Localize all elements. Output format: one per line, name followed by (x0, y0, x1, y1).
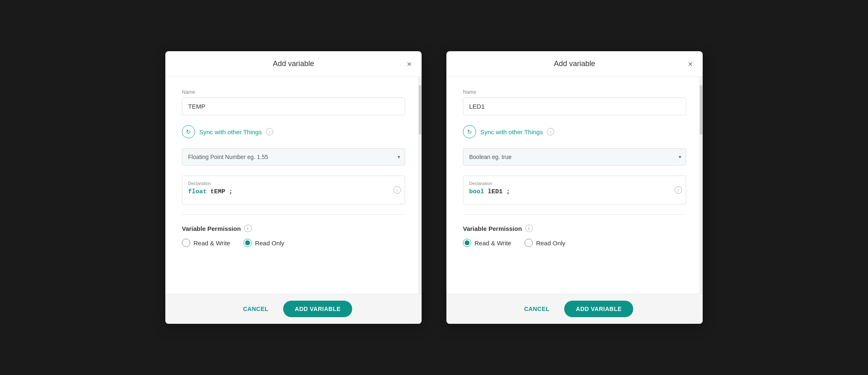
modal-1-code-keyword: float (188, 188, 207, 195)
modal-1-read-only-label: Read Only (255, 240, 284, 247)
modal-1-permission-section: Variable Permission i Read & Write Read … (182, 225, 405, 247)
modal-2-declaration-label: Declaration (469, 181, 671, 186)
modal-2-read-write-radio[interactable] (463, 239, 471, 247)
modal-2-permission-info-icon[interactable]: i (525, 225, 533, 232)
modal-2-permission-title: Variable Permission i (463, 225, 686, 232)
modal-2-type-wrapper: Boolean eg. true Floating Point Number e… (463, 148, 686, 166)
modal-2-sync-row: ↻ Sync with other Things i (463, 125, 686, 138)
modal-1-declaration-code: float tEMP ; (188, 188, 390, 195)
modal-1-read-only-option[interactable]: Read Only (243, 239, 284, 247)
add-variable-modal-2: Add variable × Name ↻ Sync with other Th… (446, 51, 703, 324)
modal-2-footer: CANCEL ADD VARIABLE (446, 294, 703, 324)
modal-1-declaration-box: Declaration float tEMP ; (182, 176, 405, 204)
modal-1-body: Name ↻ Sync with other Things i Floating… (165, 77, 422, 294)
sync-icon-1[interactable]: ↻ (182, 125, 195, 138)
modal-1-header: Add variable × (165, 51, 422, 77)
modal-2-header: Add variable × (446, 51, 703, 77)
modal-1-read-write-label: Read & Write (193, 240, 230, 247)
modal-1-permission-title: Variable Permission i (182, 225, 405, 232)
modal-1-scrollbar[interactable] (418, 77, 422, 294)
modal-1-declaration-label: Declaration (188, 181, 390, 186)
modal-2-title: Add variable (554, 59, 595, 68)
modal-2-type-select[interactable]: Boolean eg. true Floating Point Number e… (463, 148, 686, 166)
modal-2-sync-label[interactable]: Sync with other Things (480, 128, 543, 135)
sync-icon-2[interactable]: ↻ (463, 125, 476, 138)
modal-1-declaration-info-icon[interactable]: i (393, 186, 401, 194)
modal-1-type-select[interactable]: Floating Point Number eg. 1.55 Boolean e… (182, 148, 405, 166)
modal-2-divider (463, 214, 686, 215)
modal-1-sync-row: ↻ Sync with other Things i (182, 125, 405, 138)
modal-2-name-input[interactable] (463, 97, 686, 115)
modal-2-code-var: lED1 ; (484, 188, 510, 195)
modal-2-radio-group: Read & Write Read Only (463, 239, 686, 247)
modal-1-title: Add variable (273, 59, 314, 68)
modal-2-name-group: Name (463, 89, 686, 115)
modal-1-close-button[interactable]: × (405, 58, 413, 70)
add-variable-modal-1: Add variable × Name ↻ Sync with other Th… (165, 51, 422, 324)
modal-1-radio-group: Read & Write Read Only (182, 239, 405, 247)
modal-2-scrollbar[interactable] (699, 77, 703, 294)
modal-1-sync-label[interactable]: Sync with other Things (199, 128, 262, 135)
modal-2-declaration-code: bool lED1 ; (469, 188, 671, 195)
modal-1-type-wrapper: Floating Point Number eg. 1.55 Boolean e… (182, 148, 405, 166)
modal-2-read-only-option[interactable]: Read Only (525, 239, 565, 247)
modal-1-read-write-radio[interactable] (182, 239, 190, 247)
modal-1-read-write-option[interactable]: Read & Write (182, 239, 230, 247)
modal-2-code-keyword: bool (469, 188, 484, 195)
modal-2-name-label: Name (463, 89, 686, 95)
modal-2-cancel-button[interactable]: CANCEL (516, 301, 558, 317)
modal-1-cancel-button[interactable]: CANCEL (235, 301, 277, 317)
modal-1-footer: CANCEL ADD VARIABLE (165, 294, 422, 324)
modal-2-declaration-box: Declaration bool lED1 ; (463, 176, 686, 204)
modal-1-sync-info-icon[interactable]: i (266, 128, 273, 135)
modal-1-scrollbar-thumb (419, 85, 421, 135)
modal-1-divider (182, 214, 405, 215)
modal-1-declaration-wrapper: Declaration float tEMP ; i (182, 176, 405, 204)
modal-2-permission-section: Variable Permission i Read & Write Read … (463, 225, 686, 247)
modal-1-name-label: Name (182, 89, 405, 95)
modal-2-body: Name ↻ Sync with other Things i Boolean … (446, 77, 703, 294)
modal-2-sync-info-icon[interactable]: i (547, 128, 554, 135)
modal-1-name-group: Name (182, 89, 405, 115)
modal-2-declaration-wrapper: Declaration bool lED1 ; i (463, 176, 686, 204)
modal-1-code-var: tEMP ; (207, 188, 233, 195)
modal-2-close-button[interactable]: × (686, 58, 694, 70)
modal-2-add-button[interactable]: ADD VARIABLE (564, 301, 633, 317)
modal-2-scrollbar-thumb (700, 85, 702, 135)
modal-1-read-only-radio[interactable] (243, 239, 252, 247)
modal-1-add-button[interactable]: ADD VARIABLE (283, 301, 352, 317)
modal-2-read-only-label: Read Only (536, 240, 565, 247)
modal-1-name-input[interactable] (182, 97, 405, 115)
modal-2-read-write-option[interactable]: Read & Write (463, 239, 511, 247)
modal-2-read-only-radio[interactable] (525, 239, 533, 247)
modal-1-permission-info-icon[interactable]: i (244, 225, 252, 232)
modal-2-declaration-info-icon[interactable]: i (675, 186, 682, 194)
modal-2-read-write-label: Read & Write (475, 240, 511, 247)
